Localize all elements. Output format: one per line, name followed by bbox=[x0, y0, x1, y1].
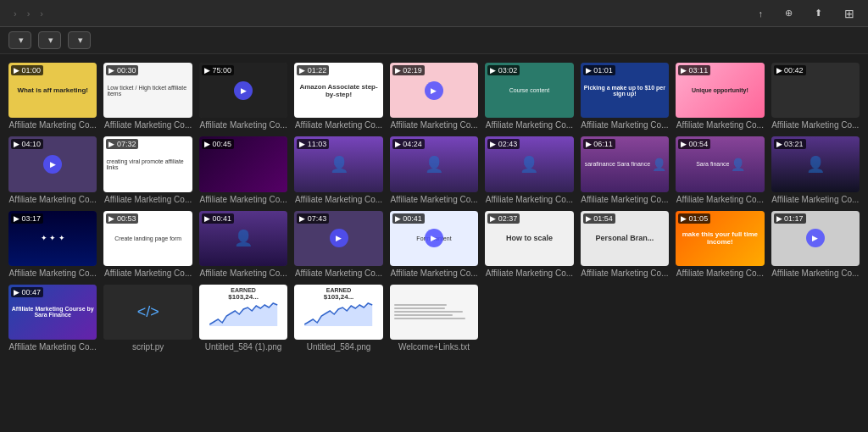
play-button[interactable]: ▶ bbox=[43, 155, 62, 174]
file-item[interactable]: ▶ 02:19▶Affiliate Marketing Co... bbox=[390, 63, 478, 130]
file-label: Affiliate Marketing Co... bbox=[8, 269, 97, 278]
file-item[interactable]: make this your full time income!▶ 01:05A… bbox=[676, 211, 764, 278]
file-label: Affiliate Marketing Co... bbox=[676, 120, 764, 130]
file-label: Affiliate Marketing Co... bbox=[103, 269, 192, 278]
file-label: Affiliate Marketing Co... bbox=[581, 269, 669, 278]
file-item[interactable]: EARNED$103,24...Untitled_584 (1).png bbox=[199, 285, 287, 352]
file-item[interactable]: 👤▶ 11:03Affiliate Marketing Co... bbox=[294, 136, 382, 203]
file-item[interactable]: ▶ 00:42Affiliate Marketing Co... bbox=[771, 63, 860, 130]
create-folder-button[interactable]: ⊕ bbox=[780, 5, 801, 21]
last-modified-filter-button[interactable]: ▾ bbox=[38, 31, 61, 49]
share-icon: ↑ bbox=[759, 8, 764, 19]
file-item[interactable]: 👤▶ 00:41Affiliate Marketing Co... bbox=[199, 211, 287, 278]
thumbnail-wrapper: EARNED$103,24... bbox=[294, 285, 382, 340]
file-label: Affiliate Marketing Co... bbox=[485, 195, 573, 204]
file-label: Welcome+Links.txt bbox=[390, 342, 478, 352]
duration-badge: ▶ 02:43 bbox=[487, 139, 520, 149]
file-label: Affiliate Marketing Co... bbox=[199, 269, 287, 278]
play-button[interactable]: ▶ bbox=[425, 81, 443, 100]
chevron-down-icon: ▾ bbox=[19, 35, 24, 46]
date-added-filter-button[interactable]: ▾ bbox=[68, 31, 91, 49]
file-item[interactable]: Course content▶ 03:02Affiliate Marketing… bbox=[485, 63, 573, 130]
duration-badge: ▶ 01:17 bbox=[774, 213, 806, 224]
file-item[interactable]: ▶ 01:17▶Affiliate Marketing Co... bbox=[771, 211, 860, 278]
file-label: Affiliate Marketing Co... bbox=[8, 342, 97, 352]
chevron-down-icon-2: ▾ bbox=[48, 35, 53, 46]
play-button[interactable]: ▶ bbox=[330, 229, 348, 247]
file-label: Affiliate Marketing Co... bbox=[771, 120, 860, 130]
thumbnail-wrapper: 👤▶ 00:41 bbox=[199, 211, 287, 266]
file-item[interactable]: Welcome+Links.txt bbox=[390, 285, 478, 352]
file-label: Affiliate Marketing Co... bbox=[390, 195, 478, 204]
thumbnail-wrapper: 👤▶ 11:03 bbox=[294, 136, 382, 191]
file-item[interactable]: creating viral promote affiliate links▶ … bbox=[103, 136, 192, 203]
thumbnail-wrapper: Amazon Associate step-by-step!▶ 01:22 bbox=[294, 63, 382, 118]
thumbnail-wrapper: Picking a make up to $10 per sign up!▶ 0… bbox=[581, 63, 669, 118]
file-item[interactable]: EARNED$103,24...Untitled_584.png bbox=[294, 285, 382, 352]
thumbnail-wrapper: Sara finance👤▶ 00:54 bbox=[676, 136, 764, 191]
file-label: Affiliate Marketing Co... bbox=[199, 120, 287, 130]
file-item[interactable]: What is aff marketing!▶ 01:00Affiliate M… bbox=[8, 63, 97, 130]
share-folder-button[interactable]: ↑ bbox=[754, 6, 772, 21]
thumbnail-wrapper: 👤▶ 03:21 bbox=[771, 136, 860, 191]
folder-plus-icon: ⊕ bbox=[785, 8, 793, 19]
thumbnail-wrapper: Form content▶ 00:41▶ bbox=[390, 211, 478, 266]
play-button[interactable]: ▶ bbox=[806, 229, 825, 247]
file-item[interactable]: 👤▶ 04:24Affiliate Marketing Co... bbox=[390, 136, 478, 203]
file-item[interactable]: Sara finance👤▶ 00:54Affiliate Marketing … bbox=[676, 136, 764, 203]
file-item[interactable]: Affiliate Marketing Course by Sara Finan… bbox=[8, 285, 97, 352]
file-item[interactable]: ▶ 75:00▶Affiliate Marketing Co... bbox=[199, 63, 287, 130]
file-item[interactable]: ▶ 00:45Affiliate Marketing Co... bbox=[199, 136, 287, 203]
grid-view-button[interactable]: ⊞ bbox=[839, 5, 860, 22]
file-item[interactable]: Create landing page form▶ 00:53Affiliate… bbox=[103, 211, 192, 278]
thumbnail-wrapper: 👤▶ 04:24 bbox=[390, 136, 478, 191]
file-label: Affiliate Marketing Co... bbox=[8, 120, 97, 130]
file-item[interactable]: How to scale▶ 02:37Affiliate Marketing C… bbox=[485, 211, 573, 278]
file-item[interactable]: Form content▶ 00:41▶Affiliate Marketing … bbox=[390, 211, 478, 278]
file-item[interactable]: 👤▶ 03:21Affiliate Marketing Co... bbox=[771, 136, 860, 203]
duration-badge: ▶ 03:11 bbox=[678, 65, 710, 75]
play-button[interactable]: ▶ bbox=[234, 81, 253, 100]
file-label: Affiliate Marketing Co... bbox=[103, 120, 192, 130]
upload-icon: ⬆ bbox=[815, 8, 822, 19]
file-label: Affiliate Marketing Co... bbox=[294, 195, 382, 204]
thumbnail-wrapper: Affiliate Marketing Course by Sara Finan… bbox=[8, 285, 97, 340]
duration-badge: ▶ 01:05 bbox=[678, 213, 710, 224]
duration-badge: ▶ 02:37 bbox=[487, 213, 520, 224]
file-item[interactable]: sarafinance Sara finance👤▶ 06:11Affiliat… bbox=[581, 136, 669, 203]
file-item[interactable]: ▶ 04:10▶Affiliate Marketing Co... bbox=[8, 136, 97, 203]
duration-badge: ▶ 01:00 bbox=[11, 65, 43, 75]
file-item[interactable]: </>script.py bbox=[103, 285, 192, 352]
file-item[interactable]: Personal Bran...▶ 01:54Affiliate Marketi… bbox=[581, 211, 669, 278]
file-item[interactable]: ▶ 07:43▶Affiliate Marketing Co... bbox=[294, 211, 382, 278]
file-item[interactable]: Amazon Associate step-by-step!▶ 01:22Aff… bbox=[294, 63, 382, 130]
file-label: Affiliate Marketing Co... bbox=[294, 120, 382, 130]
type-filter-button[interactable]: ▾ bbox=[8, 31, 31, 49]
thumbnail-wrapper: ▶ 00:45 bbox=[199, 136, 287, 191]
duration-badge: ▶ 00:47 bbox=[11, 287, 43, 297]
duration-badge: ▶ 03:02 bbox=[487, 65, 520, 75]
duration-badge: ▶ 02:19 bbox=[392, 65, 425, 75]
file-item[interactable]: ✦ ✦ ✦▶ 03:17Affiliate Marketing Co... bbox=[8, 211, 97, 278]
duration-badge: ▶ 01:54 bbox=[583, 213, 615, 224]
file-item[interactable]: 👤▶ 02:43Affiliate Marketing Co... bbox=[485, 136, 573, 203]
thumbnail-wrapper: Personal Bran...▶ 01:54 bbox=[581, 211, 669, 266]
play-button[interactable]: ▶ bbox=[425, 229, 443, 247]
file-label: Affiliate Marketing Co... bbox=[581, 195, 669, 204]
duration-badge: ▶ 04:24 bbox=[392, 139, 425, 149]
duration-badge: ▶ 07:43 bbox=[297, 213, 329, 224]
thumbnail-wrapper: ✦ ✦ ✦▶ 03:17 bbox=[8, 211, 97, 266]
thumbnail-wrapper: sarafinance Sara finance👤▶ 06:11 bbox=[581, 136, 669, 191]
file-item[interactable]: Low ticket / High ticket affiliate items… bbox=[103, 63, 192, 130]
file-label: Affiliate Marketing Co... bbox=[199, 195, 287, 204]
file-grid-container[interactable]: What is aff marketing!▶ 01:00Affiliate M… bbox=[0, 54, 868, 432]
thumbnail-wrapper: ▶ 01:17▶ bbox=[771, 211, 860, 266]
upload-button[interactable]: ⬆ bbox=[810, 5, 831, 21]
file-item[interactable]: Unique opportunity!▶ 03:11Affiliate Mark… bbox=[676, 63, 764, 130]
file-item[interactable]: Picking a make up to $10 per sign up!▶ 0… bbox=[581, 63, 669, 130]
duration-badge: ▶ 00:41 bbox=[392, 213, 425, 224]
duration-badge: ▶ 04:10 bbox=[11, 139, 43, 149]
duration-badge: ▶ 00:42 bbox=[774, 65, 806, 75]
duration-badge: ▶ 03:21 bbox=[774, 139, 806, 149]
thumbnail-wrapper: 👤▶ 02:43 bbox=[485, 136, 573, 191]
